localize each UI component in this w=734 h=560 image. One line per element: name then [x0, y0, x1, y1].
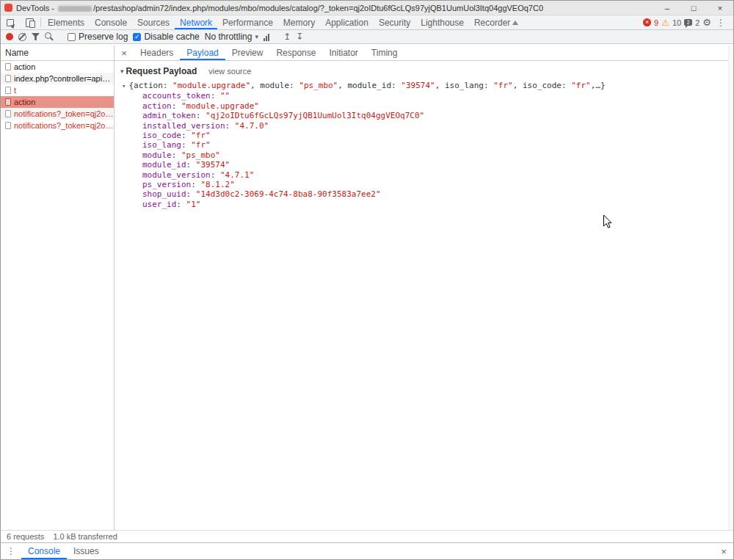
device-toolbar-icon[interactable] — [20, 15, 39, 29]
request-detail-panel: × Headers Payload Preview Response Initi… — [115, 46, 733, 530]
collapse-triangle-icon[interactable]: ▾ — [120, 68, 124, 75]
tab-recorder[interactable]: Recorder — [469, 15, 515, 29]
preserve-log-checkbox[interactable]: Preserve log — [68, 32, 128, 42]
payload-field: user_id"1" — [120, 200, 726, 209]
window-title-path: /prestashop/admin72/index.php/modules/mb… — [93, 4, 543, 12]
document-icon — [5, 75, 11, 82]
recorder-badge-icon — [512, 21, 518, 25]
filter-icon[interactable] — [32, 33, 40, 40]
issues-count[interactable]: 2 — [695, 18, 700, 27]
close-detail-icon[interactable]: × — [115, 46, 134, 60]
redacted-host — [58, 6, 92, 12]
maximize-button[interactable]: □ — [680, 1, 707, 15]
view-source-link[interactable]: view source — [208, 67, 251, 76]
window-title: DevTools - /prestashop/admin72/index.php… — [16, 4, 654, 12]
disable-cache-checkbox[interactable]: ✓ Disable cache — [133, 32, 199, 42]
disable-cache-box[interactable]: ✓ — [133, 33, 141, 41]
payload-preview-row[interactable]: ▾ {action: "module.upgrade", module: "ps… — [122, 81, 726, 91]
request-payload-title: Request Payload — [126, 66, 197, 76]
transferred-size: 1.0 kB transferred — [53, 532, 117, 541]
inspect-icon[interactable] — [1, 15, 20, 29]
tab-initiator[interactable]: Initiator — [322, 46, 364, 60]
tab-lighthouse[interactable]: Lighthouse — [415, 15, 469, 29]
window-controls: – □ × — [654, 1, 733, 15]
drawer-tab-issues[interactable]: Issues — [67, 543, 106, 559]
tab-network[interactable]: Network — [175, 15, 217, 29]
request-name: t — [14, 86, 16, 95]
minimize-button[interactable]: – — [654, 1, 680, 15]
drawer-tab-console[interactable]: Console — [21, 543, 67, 559]
tab-security[interactable]: Security — [374, 15, 415, 29]
device-toolbar-icon-shape — [26, 18, 34, 27]
payload-field: module_version"4.7.1" — [120, 170, 726, 180]
payload-field: shop_uuid"14d3d0c2-3069-4c74-8ba8-90f358… — [120, 189, 726, 199]
toolbar-divider — [40, 18, 41, 27]
chevron-down-icon: ▾ — [255, 33, 258, 40]
devtools-tab-bar: Elements Console Sources Network Perform… — [1, 15, 733, 30]
settings-gear-icon[interactable]: ⚙ — [702, 18, 711, 28]
clear-icon[interactable] — [18, 33, 26, 41]
search-icon[interactable] — [45, 32, 54, 41]
issues-icon[interactable] — [684, 19, 692, 26]
request-row[interactable]: index.php?controller=apiSecur… — [1, 73, 114, 84]
tab-memory[interactable]: Memory — [278, 15, 320, 29]
status-badges: 9 ⚠ 10 2 ⚙ ⋮ — [643, 15, 733, 29]
request-name: action — [14, 62, 35, 71]
expand-triangle-icon[interactable]: ▾ — [122, 81, 126, 91]
error-count[interactable]: 9 — [654, 18, 658, 27]
request-name: notifications?_token=qj2oIDtu… — [14, 121, 114, 130]
drawer-more-icon[interactable]: ⋮ — [1, 543, 21, 559]
request-row[interactable]: notifications?_token=qj2oIDtu… — [1, 120, 114, 131]
import-har-icon[interactable]: ↥ — [283, 32, 291, 41]
payload-field: admin_token"qj2oIDtu6fGcLQs97yjQB1UumUol… — [120, 111, 726, 120]
request-row[interactable]: notifications?_token=qj2oIDtu… — [1, 108, 114, 120]
tab-payload[interactable]: Payload — [180, 46, 225, 60]
record-button[interactable] — [6, 33, 13, 40]
network-summary-bar: 6 requests 1.0 kB transferred — [1, 530, 733, 542]
requests-count: 6 requests — [7, 532, 44, 541]
request-name: action — [14, 98, 35, 106]
tab-performance[interactable]: Performance — [217, 15, 278, 29]
disable-cache-label: Disable cache — [144, 32, 199, 42]
payload-section: ▾ Request Payload view source ▾ {action:… — [115, 61, 733, 209]
warning-count[interactable]: 10 — [672, 18, 681, 27]
column-header-name[interactable]: Name — [1, 46, 114, 61]
payload-field: accounts_token"" — [120, 91, 726, 101]
throttling-value: No throttling — [205, 32, 252, 42]
devtools-logo-icon — [4, 4, 12, 12]
network-conditions-icon[interactable] — [264, 33, 269, 41]
scrollbar[interactable] — [728, 46, 733, 530]
tab-headers[interactable]: Headers — [134, 46, 180, 60]
request-row[interactable]: t — [1, 84, 114, 96]
request-row[interactable]: action — [1, 61, 114, 73]
tab-console[interactable]: Console — [90, 15, 132, 29]
preserve-log-label: Preserve log — [79, 32, 128, 42]
more-options-icon[interactable]: ⋮ — [714, 18, 727, 28]
throttling-dropdown[interactable]: No throttling ▾ — [205, 32, 258, 42]
payload-field: action"module.upgrade" — [120, 101, 726, 111]
window-title-prefix: DevTools - — [16, 4, 57, 12]
document-icon — [5, 110, 11, 117]
inspect-icon-shape — [7, 19, 14, 26]
request-row-selected[interactable]: action — [1, 96, 114, 108]
export-har-icon[interactable]: ↧ — [296, 32, 303, 41]
warning-icon[interactable]: ⚠ — [661, 18, 669, 27]
tab-elements[interactable]: Elements — [43, 15, 90, 29]
network-main-area: Name action index.php?controller=apiSecu… — [1, 46, 733, 530]
document-icon — [5, 63, 11, 70]
tab-application[interactable]: Application — [320, 15, 374, 29]
tab-preview[interactable]: Preview — [225, 46, 270, 60]
tab-timing[interactable]: Timing — [365, 46, 404, 60]
payload-field: module_id"39574" — [120, 160, 726, 170]
payload-field: iso_lang"fr" — [120, 140, 726, 150]
preserve-log-box[interactable] — [68, 33, 76, 41]
devtools-window: DevTools - /prestashop/admin72/index.php… — [0, 0, 734, 560]
error-icon[interactable] — [643, 18, 651, 26]
tab-response[interactable]: Response — [269, 46, 322, 60]
tab-sources[interactable]: Sources — [132, 15, 175, 29]
request-list-panel: Name action index.php?controller=apiSecu… — [1, 46, 115, 530]
drawer-close-icon[interactable]: × — [714, 543, 733, 559]
close-button[interactable]: × — [707, 1, 733, 15]
payload-section-header: ▾ Request Payload view source — [120, 66, 726, 76]
document-icon — [5, 122, 11, 129]
